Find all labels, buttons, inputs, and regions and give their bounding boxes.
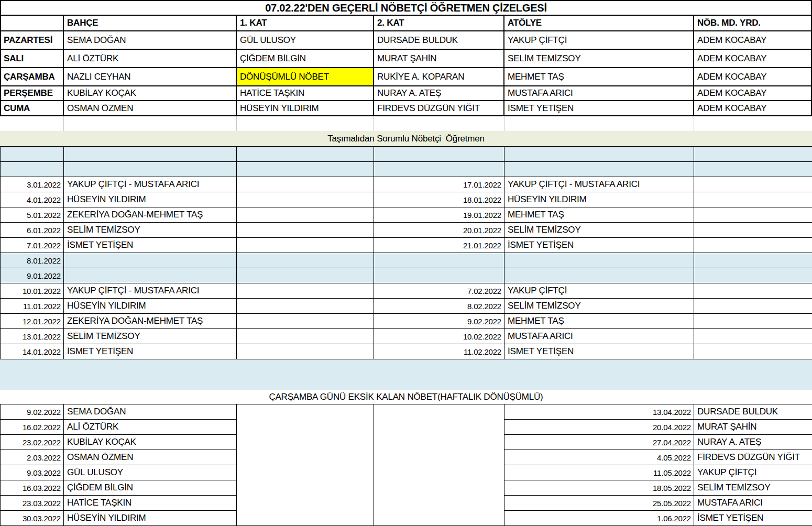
teacher-name-cell: MEHMET TAŞ: [504, 207, 694, 223]
teacher-name-cell: NAZLI CEYHAN: [64, 68, 237, 86]
empty-cell: [694, 207, 812, 223]
date-cell: 19.01.2022: [374, 207, 504, 223]
date-cell: 23.02.2022: [0, 435, 64, 450]
empty-cell: [237, 162, 374, 177]
date-cell: 9.03.2022: [0, 465, 64, 480]
empty-cell: [694, 192, 812, 207]
day-label: PAZARTESİ: [0, 31, 64, 50]
transport-blue-header-row: [0, 162, 812, 177]
date-cell: [374, 268, 504, 283]
transport-section-title: Taşımalıdan Sorumlu Nöbetçi Öğretmen: [0, 131, 812, 147]
date-cell: 30.03.2022: [0, 511, 64, 526]
transport-row: 10.01.2022 YAKUP ÇİFTÇİ - MUSTAFA ARICI …: [0, 283, 812, 299]
teacher-name-cell: MURAT ŞAHİN: [374, 50, 504, 68]
teacher-name-cell: OSMAN ÖZMEN: [64, 101, 237, 116]
teacher-name-cell: NURAY A. ATEŞ: [694, 435, 812, 450]
merged-empty-cell: [237, 404, 374, 420]
empty-cell: [237, 223, 374, 238]
date-cell: 21.01.2022: [374, 238, 504, 253]
teacher-name-cell: YAKUP ÇİFTÇİ: [694, 465, 812, 480]
empty-cell: [237, 283, 374, 299]
date-cell: 12.01.2022: [0, 314, 64, 329]
teacher-name-cell: KUBİLAY KOÇAK: [64, 86, 237, 101]
teacher-name-cell: [504, 268, 694, 283]
date-cell: 7.01.2022: [0, 238, 64, 253]
merged-empty-cell: [374, 404, 504, 420]
merged-empty-cell: [237, 450, 374, 465]
teacher-name-cell: [64, 253, 237, 268]
teacher-name-cell: ÇİĞDEM BİLGİN: [237, 50, 374, 68]
empty-cell: [237, 329, 374, 344]
teacher-name-cell: SELİM TEMİZSOY: [504, 50, 694, 68]
teacher-name-cell: FİRDEVS DÜZGÜN YİĞİT: [694, 450, 812, 465]
teacher-name-cell: MURAT ŞAHİN: [694, 420, 812, 435]
date-cell: 9.02.2022: [0, 404, 64, 420]
teacher-name-cell: MEHMET TAŞ: [504, 68, 694, 86]
teacher-name-cell: KUBİLAY KOÇAK: [64, 435, 237, 450]
date-cell: 10.01.2022: [0, 283, 64, 299]
teacher-name-cell: İSMET YETİŞEN: [64, 238, 237, 253]
empty-cell: [694, 299, 812, 314]
empty-cell: [694, 116, 812, 131]
date-cell: 13.01.2022: [0, 329, 64, 344]
teacher-name-cell: HATİCE TAŞKIN: [64, 496, 237, 511]
teacher-name-cell: YAKUP ÇİFTÇİ - MUSTAFA ARICI: [64, 283, 237, 299]
date-cell: 4.01.2022: [0, 192, 64, 207]
transport-row: 11.01.2022 HÜSEYİN YILDIRIM 8.02.2022 SE…: [0, 299, 812, 314]
teacher-name-cell: [504, 253, 694, 268]
teacher-name-cell: MUSTAFA ARICI: [504, 86, 694, 101]
date-cell: 17.01.2022: [374, 177, 504, 192]
empty-cell: [694, 329, 812, 344]
empty-cell: [504, 116, 694, 131]
wednesday-row: 16.03.2022 ÇİĞDEM BİLGİN 18.05.2022 SELİ…: [0, 480, 812, 496]
duty-table-header-row: BAHÇE 1. KAT 2. KAT ATÖLYE NÖB. MD. YRD.: [0, 16, 812, 31]
date-cell: 11.01.2022: [0, 299, 64, 314]
teacher-name-cell: İSMET YETİŞEN: [64, 344, 237, 359]
duty-row-tuesday: SALI ALİ ÖZTÜRK ÇİĞDEM BİLGİN MURAT ŞAHİ…: [0, 50, 812, 68]
date-cell: 9.02.2022: [374, 314, 504, 329]
date-cell: 16.03.2022: [0, 480, 64, 496]
teacher-name-cell: ADEM KOCABAY: [694, 50, 812, 68]
duty-row-monday: PAZARTESİ SEMA DOĞAN GÜL ULUSOY DURSADE …: [0, 31, 812, 50]
teacher-name-cell: YAKUP ÇİFTÇİ - MUSTAFA ARICI: [64, 177, 237, 192]
date-cell: 8.02.2022: [374, 299, 504, 314]
teacher-name-cell: SELİM TEMİZSOY: [694, 480, 812, 496]
empty-cell: [374, 147, 504, 162]
transport-row: 13.01.2022 SELİM TEMİZSOY 10.02.2022 MUS…: [0, 329, 812, 344]
wednesday-row: 9.02.2022 SEMA DOĞAN 13.04.2022 DURSADE …: [0, 404, 812, 420]
empty-cell: [237, 268, 374, 283]
teacher-name-cell: ADEM KOCABAY: [694, 31, 812, 50]
wednesday-row: 9.03.2022 GÜL ULUSOY 11.05.2022 YAKUP Çİ…: [0, 465, 812, 480]
day-label: ÇARŞAMBA: [0, 68, 64, 86]
blue-separator-band: [0, 359, 812, 390]
teacher-name-cell: GÜL ULUSOY: [64, 465, 237, 480]
empty-cell: [374, 116, 504, 131]
teacher-name-cell: İSMET YETİŞEN: [504, 344, 694, 359]
wednesday-rows: 9.02.2022 SEMA DOĞAN 13.04.2022 DURSADE …: [0, 404, 812, 526]
merged-empty-cell: [237, 496, 374, 511]
merged-empty-cell: [237, 465, 374, 480]
duty-table: 07.02.22'DEN GEÇERLİ NÖBETÇİ ÖĞRETMEN Çİ…: [0, 0, 812, 116]
teacher-name-cell: ZEKERİYA DOĞAN-MEHMET TAŞ: [64, 314, 237, 329]
date-cell: 20.01.2022: [374, 223, 504, 238]
empty-cell: [237, 116, 374, 131]
teacher-name-cell: HATİCE TAŞKIN: [237, 86, 374, 101]
date-cell: 23.03.2022: [0, 496, 64, 511]
header-blank: [0, 16, 64, 31]
date-cell: 3.01.2022: [0, 177, 64, 192]
date-cell: 7.02.2022: [374, 283, 504, 299]
teacher-name-cell: SELİM TEMİZSOY: [64, 223, 237, 238]
merged-empty-cell: [374, 420, 504, 435]
rotating-duty-highlight-cell: DÖNÜŞÜMLÜ NÖBET: [237, 68, 374, 86]
empty-cell: [64, 162, 237, 177]
date-cell: 2.03.2022: [0, 450, 64, 465]
header-mudur-yrd: NÖB. MD. YRD.: [694, 16, 812, 31]
sheet-title: 07.02.22'DEN GEÇERLİ NÖBETÇİ ÖĞRETMEN Çİ…: [0, 0, 812, 16]
date-cell: 20.04.2022: [504, 420, 694, 435]
teacher-name-cell: ALİ ÖZTÜRK: [64, 420, 237, 435]
date-cell: 11.05.2022: [504, 465, 694, 480]
empty-cell: [504, 162, 694, 177]
transport-row: 5.01.2022 ZEKERİYA DOĞAN-MEHMET TAŞ 19.0…: [0, 207, 812, 223]
merged-empty-cell: [374, 435, 504, 450]
day-label: SALI: [0, 50, 64, 68]
